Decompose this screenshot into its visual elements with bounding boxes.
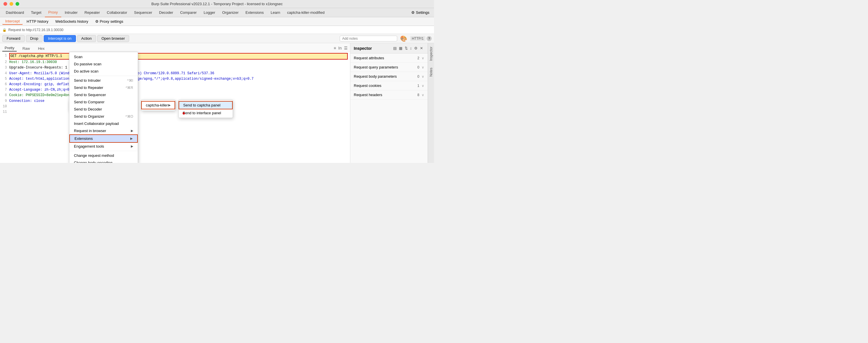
- intercept-button[interactable]: Intercept is on: [44, 35, 76, 42]
- split-view-icon[interactable]: ▦: [398, 46, 404, 51]
- nav-organizer[interactable]: Organizer: [219, 8, 242, 17]
- chevron-down-icon: ∨: [422, 75, 424, 79]
- menu-change-method[interactable]: Change request method: [69, 152, 138, 159]
- subnav-intercept[interactable]: Intercept: [2, 18, 23, 25]
- nav-decoder[interactable]: Decoder: [156, 8, 177, 17]
- inspector-row-headers[interactable]: Request headers 8 ∨: [350, 90, 428, 99]
- inspector-label-headers: Request headers: [354, 93, 417, 97]
- inspector-row-cookies[interactable]: Request cookies 1 ∨: [350, 81, 428, 90]
- code-line-6: 6 Accept-Encoding: gzip, deflate, br: [2, 82, 348, 87]
- code-line-1: 1 GET /captcha.php HTTP/1.1: [2, 53, 348, 60]
- nav-proxy[interactable]: Proxy: [45, 8, 61, 17]
- menu-send-organizer[interactable]: Send to Organizer ^⌘O: [69, 113, 138, 120]
- settings-label: Settings: [416, 10, 429, 15]
- minimize-icon[interactable]: ↕: [409, 46, 413, 51]
- menu-passive-scan[interactable]: Do passive scan: [69, 60, 138, 67]
- nav-logger[interactable]: Logger: [200, 8, 219, 17]
- cookie-header: Cookie: PHPSESSID=8e0m21ep4bnd9pp04koi3o…: [9, 93, 348, 98]
- menu-active-scan[interactable]: Do active scan: [69, 67, 138, 75]
- menu-send-repeater[interactable]: Send to Repeater ^⌘R: [69, 84, 138, 91]
- inspector-label-body: Request body parameters: [354, 74, 417, 79]
- inspector-count-cookies: 1: [417, 84, 419, 88]
- list-view-icon[interactable]: ▤: [392, 46, 398, 51]
- inspector-label-cookies: Request cookies: [354, 83, 417, 88]
- palette-icon: 🎨: [400, 35, 407, 42]
- nav-dashboard[interactable]: Dashboard: [2, 8, 28, 17]
- menu-insert-collaborator[interactable]: Insert Collaborator payload: [69, 120, 138, 127]
- nav-sequencer[interactable]: Sequencer: [131, 8, 156, 17]
- menu-scan[interactable]: Scan: [69, 53, 138, 60]
- content-area: Pretty Raw Hex ≡ In ☰ 1 GET /captcha.php…: [0, 43, 434, 163]
- subnav-http-history[interactable]: HTTP history: [24, 19, 52, 25]
- chevron-down-icon: ∨: [422, 65, 424, 69]
- code-line-8: 8 Cookie: PHPSESSID=8e0m21ep4bnd9pp04koi…: [2, 93, 348, 98]
- settings-button[interactable]: ⚙ Settings: [409, 9, 432, 16]
- inspector-count-query: 0: [417, 65, 419, 69]
- close-button[interactable]: [3, 2, 7, 6]
- nav-repeater[interactable]: Repeater: [81, 8, 103, 17]
- menu-request-in-browser[interactable]: Request in browser ▶: [69, 127, 138, 134]
- code-line-5: 5 Accept: text/html,application/xhtml+xm…: [2, 76, 348, 82]
- tab-raw[interactable]: Raw: [20, 46, 32, 52]
- inspector-row-query[interactable]: Request query parameters 0 ∨: [350, 63, 428, 72]
- inspector-header: Inspector ▤ ▦ ⇅ ↕ ⚙ ✕: [350, 43, 428, 54]
- gear-icon-inspector[interactable]: ⚙: [413, 46, 419, 51]
- menu-send-intruder[interactable]: Send to Intruder ^⌘I: [69, 77, 138, 84]
- main-nav: Dashboard Target Proxy Intruder Repeater…: [0, 8, 434, 17]
- subnav-websockets-history[interactable]: WebSockets history: [52, 19, 91, 25]
- drop-button[interactable]: Drop: [26, 35, 42, 42]
- upgrade-header: Upgrade-Insecure-Requests: 1: [9, 65, 348, 70]
- inspector-title: Inspector: [354, 46, 392, 51]
- nav-intruder[interactable]: Intruder: [61, 8, 81, 17]
- tab-pretty[interactable]: Pretty: [2, 45, 17, 52]
- tab-notes-sidebar[interactable]: Notes: [428, 64, 434, 80]
- nav-comparer[interactable]: Comparer: [177, 8, 200, 17]
- tab-hex[interactable]: Hex: [36, 46, 47, 52]
- nav-collaborator[interactable]: Collaborator: [103, 8, 131, 17]
- toolbar: Forward Drop Intercept is on Action Open…: [0, 34, 434, 43]
- submenu-arrow: ▶: [130, 137, 132, 140]
- gear-icon: ⚙: [411, 10, 415, 15]
- tab-inspector-sidebar[interactable]: Inspector: [428, 43, 434, 64]
- help-icon[interactable]: ?: [427, 36, 432, 41]
- menu-send-captcha-panel[interactable]: Send to captcha panel: [179, 101, 233, 109]
- forward-button[interactable]: Forward: [2, 35, 25, 42]
- close-icon-inspector[interactable]: ✕: [419, 46, 424, 51]
- code-line-4: 4 User-Agent: Mozilla/5.0 (Windows NT 10…: [2, 71, 348, 76]
- minimize-button[interactable]: [9, 2, 13, 6]
- indicator-dot: [183, 112, 185, 115]
- menu-change-encoding[interactable]: Change body encoding: [69, 159, 138, 163]
- nav-target[interactable]: Target: [28, 8, 45, 17]
- inspector-label-query: Request query parameters: [354, 65, 417, 69]
- menu-send-comparer[interactable]: Send to Comparer: [69, 98, 138, 106]
- maximize-button[interactable]: [16, 2, 19, 6]
- title-bar: Burp Suite Professional v2023.12.1 - Tem…: [0, 0, 434, 8]
- nav-learn[interactable]: Learn: [267, 8, 284, 17]
- editor-pane: Pretty Raw Hex ≡ In ☰ 1 GET /captcha.php…: [0, 43, 350, 163]
- align-icon[interactable]: ⇅: [404, 46, 409, 51]
- request-url: Request to http://172.16.19.1:30030: [8, 28, 63, 32]
- menu-icon[interactable]: ☰: [344, 46, 348, 50]
- code-line-2: 2 Host: 172.16.19.1:30030: [2, 60, 348, 65]
- action-button[interactable]: Action: [77, 35, 96, 42]
- search-icon[interactable]: In: [338, 46, 342, 50]
- inspector-row-attributes[interactable]: Request attributes 2 ∨: [350, 54, 428, 63]
- text-wrap-icon[interactable]: ≡: [334, 46, 336, 50]
- window-title: Burp Suite Professional v2023.12.1 - Tem…: [151, 2, 282, 6]
- menu-send-interface-panel[interactable]: Send to interface panel: [179, 109, 233, 117]
- menu-extensions[interactable]: Extensions ▶: [69, 134, 138, 143]
- nav-extensions[interactable]: Extensions: [242, 8, 268, 17]
- separator-2: [69, 151, 138, 151]
- menu-send-decoder[interactable]: Send to Decoder: [69, 106, 138, 113]
- right-sidebar: Inspector Notes: [428, 43, 434, 163]
- inspector-row-body[interactable]: Request body parameters 0 ∨: [350, 72, 428, 81]
- code-line-3: 3 Upgrade-Insecure-Requests: 1: [2, 65, 348, 70]
- menu-captcha-killer-item[interactable]: captcha-killer ▶: [141, 101, 175, 109]
- menu-send-sequencer[interactable]: Send to Sequencer: [69, 91, 138, 98]
- menu-engagement-tools[interactable]: Engagement tools ▶: [69, 143, 138, 150]
- open-browser-button[interactable]: Open browser: [97, 35, 129, 42]
- notes-input[interactable]: [340, 36, 397, 41]
- nav-captcha-killer[interactable]: captcha-killer-modified: [284, 8, 328, 17]
- captcha-killer-submenu-panel: captcha-killer ▶: [141, 99, 176, 111]
- proxy-settings-button[interactable]: ⚙ Proxy settings: [92, 19, 126, 25]
